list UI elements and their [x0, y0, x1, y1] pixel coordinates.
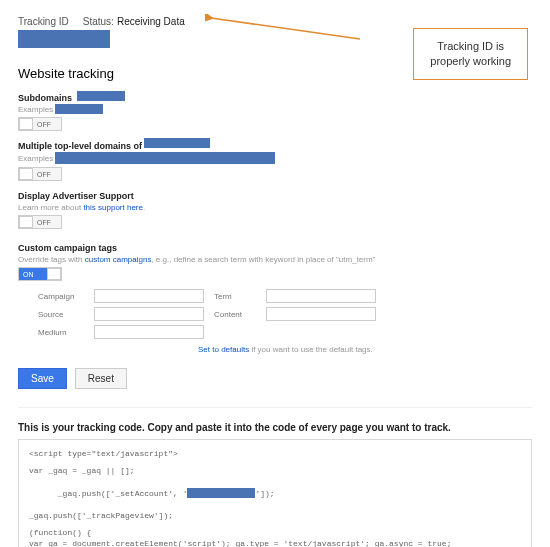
- code-line: _gaq.push(['_trackPageview']);: [29, 510, 521, 521]
- multidomain-toggle[interactable]: OFF: [18, 167, 62, 181]
- status-label: Status:: [83, 16, 114, 27]
- callout-box: Tracking ID is properly working: [413, 28, 528, 80]
- subdomains-example-redacted: [55, 104, 103, 114]
- advertiser-label: Display Advertiser Support: [18, 191, 532, 201]
- advertiser-learn-prefix: Learn more about: [18, 203, 83, 212]
- content-input[interactable]: [266, 307, 376, 321]
- code-span: ']);: [255, 489, 274, 498]
- term-field-label: Term: [214, 292, 256, 301]
- code-line: (function() {: [29, 527, 521, 538]
- multidomain-example-redacted: [55, 152, 275, 164]
- tracking-id-label: Tracking ID: [18, 16, 69, 27]
- save-button[interactable]: Save: [18, 368, 67, 389]
- campaign-field-label: Campaign: [38, 292, 84, 301]
- multidomain-label: Multiple top-level domains of: [18, 141, 142, 151]
- tracking-code-title: This is your tracking code. Copy and pas…: [18, 422, 532, 433]
- campaign-toggle[interactable]: ON: [18, 267, 62, 281]
- advertiser-learn-link[interactable]: this support here: [83, 203, 143, 212]
- callout-line2: properly working: [430, 54, 511, 69]
- reset-button[interactable]: Reset: [75, 368, 127, 389]
- subdomains-toggle[interactable]: OFF: [18, 117, 62, 131]
- campaign-desc-suffix: , e.g., define a search term with keywor…: [151, 255, 375, 264]
- campaign-toggle-label: ON: [19, 271, 34, 278]
- source-field-label: Source: [38, 310, 84, 319]
- multidomain-redacted: [144, 138, 210, 148]
- tracking-code-box[interactable]: <script type="text/javascript"> var _gaq…: [18, 439, 532, 547]
- advertiser-toggle-label: OFF: [33, 219, 51, 226]
- medium-field-label: Medium: [38, 328, 84, 337]
- code-line: _gaq.push(['_setAccount', '']);: [29, 476, 521, 510]
- subdomains-label: Subdomains: [18, 93, 72, 103]
- multidomain-examples-label: Examples: [18, 154, 53, 163]
- content-field-label: Content: [214, 310, 256, 319]
- callout-line1: Tracking ID is: [430, 39, 511, 54]
- campaign-desc-link[interactable]: custom campaigns: [85, 255, 152, 264]
- subdomains-redacted: [77, 91, 125, 101]
- set-defaults-suffix: if you want to use the default tags.: [249, 345, 373, 354]
- code-redacted: [187, 488, 255, 498]
- term-input[interactable]: [266, 289, 376, 303]
- code-line: var ga = document.createElement('script'…: [29, 538, 521, 547]
- campaign-title: Custom campaign tags: [18, 243, 532, 253]
- status-value: Receiving Data: [117, 16, 185, 27]
- divider: [18, 407, 532, 408]
- code-line: <script type="text/javascript">: [29, 448, 521, 459]
- campaign-desc-prefix: Override tags with: [18, 255, 85, 264]
- tracking-id-redacted: [18, 30, 110, 48]
- subdomains-examples-label: Examples: [18, 105, 53, 114]
- code-span: _gaq.push(['_setAccount', ': [58, 489, 188, 498]
- multidomain-toggle-label: OFF: [33, 171, 51, 178]
- source-input[interactable]: [94, 307, 204, 321]
- campaign-input[interactable]: [94, 289, 204, 303]
- code-line: var _gaq = _gaq || [];: [29, 465, 521, 476]
- medium-input[interactable]: [94, 325, 204, 339]
- set-defaults-link[interactable]: Set to defaults: [198, 345, 249, 354]
- subdomains-toggle-label: OFF: [33, 121, 51, 128]
- advertiser-toggle[interactable]: OFF: [18, 215, 62, 229]
